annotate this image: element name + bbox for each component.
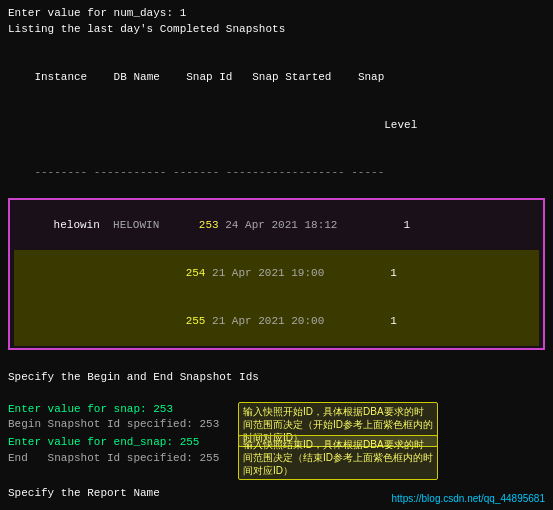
table-row-selected-1: 254 21 Apr 2021 19:00 1 (14, 250, 539, 298)
end-snap-label: End Snapshot Id specified: 255 (8, 451, 219, 467)
end-snap-prompt: Enter value for end_snap: 255 (8, 435, 219, 451)
listing-title: Listing the last day's Completed Snapsho… (8, 22, 545, 38)
url-watermark: https://blog.csdn.net/qq_44895681 (392, 493, 545, 504)
begin-snap-section: Enter value for snap: 253 Begin Snapshot… (8, 402, 545, 434)
table-divider: -------- ----------- ------- -----------… (8, 149, 545, 197)
table-row: helowin HELOWIN 253 24 Apr 2021 18:12 1 (14, 202, 539, 250)
begin-snap-prompt: Enter value for snap: 253 (8, 402, 219, 418)
begin-snap-label: Begin Snapshot Id specified: 253 (8, 417, 219, 433)
end-annotation: 输入快照结束ID，具体根据DBA要求的时间范围决定（结束ID参考上面紫色框内的时… (238, 435, 438, 480)
end-snap-section: Enter value for end_snap: 255 End Snapsh… (8, 435, 545, 467)
table-header: Instance DB Name Snap Id Snap Started Sn… (8, 54, 545, 102)
specify-snapshots-title: Specify the Begin and End Snapshot Ids (8, 370, 545, 386)
table-row-selected-2: 255 21 Apr 2021 20:00 1 (14, 298, 539, 346)
table-header-2: Level (8, 102, 545, 150)
terminal-window: Enter value for num_days: 1 Listing the … (0, 0, 553, 510)
num-days-prompt: Enter value for num_days: 1 (8, 6, 545, 22)
snapshot-table: helowin HELOWIN 253 24 Apr 2021 18:12 1 … (8, 198, 545, 349)
